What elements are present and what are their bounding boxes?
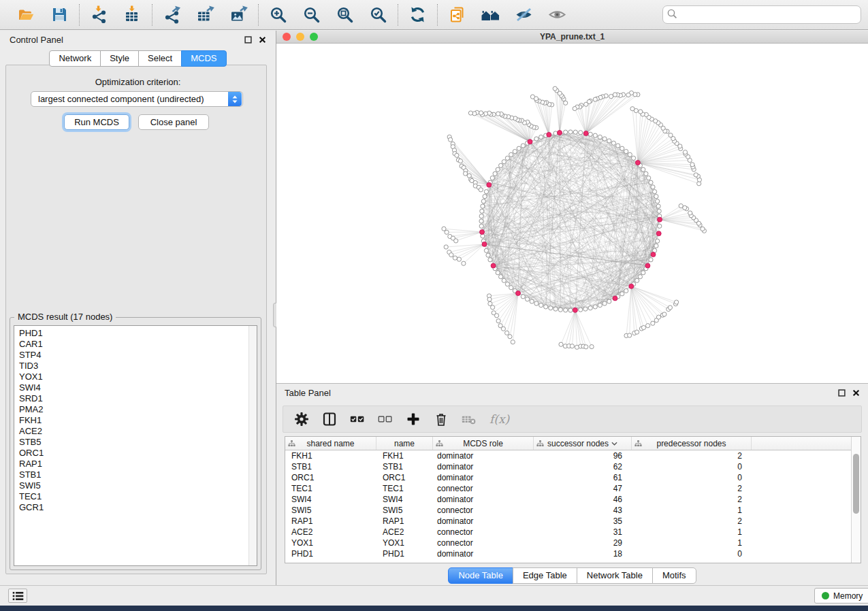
network-node[interactable]: [484, 248, 488, 252]
network-node[interactable]: [564, 308, 568, 312]
mcds-result-item[interactable]: SWI4: [14, 382, 257, 393]
network-node[interactable]: [656, 204, 660, 208]
network-node[interactable]: [499, 163, 503, 167]
network-node[interactable]: [654, 195, 658, 199]
network-node[interactable]: [641, 325, 645, 329]
network-node[interactable]: [656, 199, 660, 203]
network-node[interactable]: [598, 303, 602, 308]
network-hub-node[interactable]: [651, 252, 656, 257]
network-node[interactable]: [611, 141, 615, 145]
network-node[interactable]: [654, 244, 658, 248]
network-node[interactable]: [539, 135, 543, 139]
import-network-button[interactable]: [89, 5, 109, 24]
network-node[interactable]: [521, 295, 525, 299]
network-node[interactable]: [657, 209, 661, 213]
table-row[interactable]: ORC1ORC1dominator610: [285, 472, 861, 483]
export-network-button[interactable]: [162, 5, 182, 24]
network-node[interactable]: [509, 152, 513, 156]
network-node[interactable]: [526, 297, 530, 301]
tab-network-table[interactable]: Network Table: [577, 567, 653, 584]
network-hub-node[interactable]: [629, 284, 634, 288]
network-node[interactable]: [496, 167, 500, 171]
optimization-criterion-select[interactable]: largest connected component (undirected): [31, 91, 243, 107]
network-node[interactable]: [668, 306, 672, 310]
network-hub-node[interactable]: [573, 308, 577, 312]
network-node[interactable]: [505, 156, 509, 160]
network-hub-node[interactable]: [547, 132, 551, 137]
network-node[interactable]: [502, 278, 506, 282]
network-node[interactable]: [484, 190, 488, 194]
deselect-all-button[interactable]: [378, 412, 393, 427]
network-node[interactable]: [487, 297, 492, 301]
network-node[interactable]: [553, 307, 558, 311]
zoom-in-button[interactable]: [268, 5, 288, 24]
status-list-button[interactable]: [8, 589, 27, 603]
network-node[interactable]: [669, 133, 673, 137]
mcds-result-item[interactable]: PHD1: [14, 328, 257, 339]
mcds-result-item[interactable]: STP4: [14, 350, 257, 361]
network-view-canvas[interactable]: [276, 44, 868, 383]
network-node[interactable]: [609, 95, 613, 99]
select-all-button[interactable]: [350, 412, 365, 427]
export-table-button[interactable]: [195, 5, 215, 24]
network-node[interactable]: [688, 211, 692, 215]
network-hub-node[interactable]: [487, 182, 492, 187]
network-node[interactable]: [598, 135, 602, 139]
network-hub-node[interactable]: [516, 291, 521, 296]
mcds-result-item[interactable]: TID3: [14, 361, 257, 371]
network-node[interactable]: [488, 301, 492, 306]
table-row[interactable]: YOX1YOX1connector291: [285, 538, 861, 548]
column-header-shared-name[interactable]: shared name: [285, 437, 376, 450]
tab-node-table[interactable]: Node Table: [448, 567, 513, 584]
mcds-result-item[interactable]: ORC1: [14, 448, 257, 459]
network-node[interactable]: [607, 299, 611, 303]
network-node[interactable]: [584, 102, 588, 106]
float-panel-icon[interactable]: [837, 389, 846, 397]
memory-button[interactable]: Memory: [814, 588, 868, 604]
zoom-fit-button[interactable]: [335, 5, 355, 24]
network-node[interactable]: [479, 224, 483, 228]
network-node[interactable]: [679, 204, 683, 208]
export-image-button[interactable]: [229, 5, 248, 24]
network-node[interactable]: [683, 150, 687, 154]
table-row[interactable]: SWI4SWI4dominator462: [285, 494, 861, 505]
network-node[interactable]: [496, 271, 500, 275]
delete-table-button[interactable]: [462, 412, 477, 427]
network-node[interactable]: [607, 139, 611, 143]
tab-mcds[interactable]: MCDS: [181, 50, 226, 67]
table-row[interactable]: ACE2ACE2connector311: [285, 527, 861, 538]
network-node[interactable]: [641, 271, 645, 275]
network-node[interactable]: [479, 188, 483, 192]
network-node[interactable]: [626, 93, 630, 97]
network-node[interactable]: [501, 327, 505, 331]
network-node[interactable]: [517, 146, 521, 150]
network-node[interactable]: [564, 130, 568, 134]
network-node[interactable]: [620, 146, 624, 150]
network-node[interactable]: [444, 245, 448, 249]
network-node[interactable]: [457, 257, 461, 261]
run-mcds-button[interactable]: Run MCDS: [64, 114, 129, 130]
mcds-result-item[interactable]: YOX1: [14, 371, 257, 382]
network-node[interactable]: [490, 176, 494, 180]
network-node[interactable]: [649, 180, 653, 184]
network-node[interactable]: [508, 335, 512, 339]
function-builder-button[interactable]: f(x): [489, 412, 509, 426]
network-graph[interactable]: [276, 44, 868, 383]
zoom-out-button[interactable]: [302, 5, 321, 24]
network-node[interactable]: [649, 258, 653, 262]
network-node[interactable]: [491, 306, 495, 310]
network-node[interactable]: [505, 331, 509, 335]
network-node[interactable]: [449, 253, 453, 257]
network-node[interactable]: [445, 230, 449, 234]
network-node[interactable]: [493, 171, 497, 176]
network-node[interactable]: [590, 345, 594, 349]
network-hub-node[interactable]: [645, 263, 650, 268]
network-hub-node[interactable]: [635, 161, 640, 165]
network-node[interactable]: [588, 306, 592, 310]
network-node[interactable]: [480, 209, 484, 213]
network-node[interactable]: [511, 340, 515, 344]
table-row[interactable]: RAP1RAP1dominator352: [285, 516, 861, 527]
network-hub-node[interactable]: [613, 296, 617, 301]
network-hub-node[interactable]: [583, 131, 588, 136]
network-node[interactable]: [449, 137, 453, 142]
